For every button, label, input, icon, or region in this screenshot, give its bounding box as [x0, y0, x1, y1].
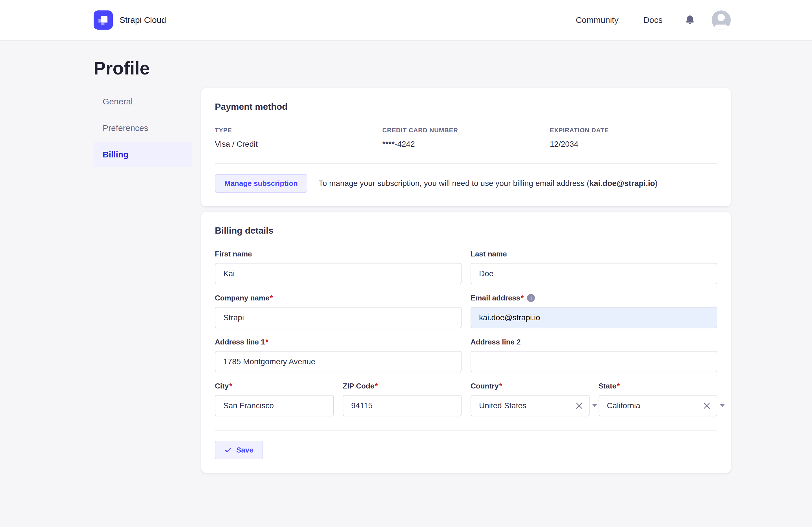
credit-card-number-value: ****-4242: [382, 140, 550, 149]
required-asterisk: *: [265, 338, 269, 346]
nav-link-community[interactable]: Community: [576, 15, 619, 25]
first-name-input[interactable]: [215, 263, 462, 284]
required-asterisk: *: [499, 381, 502, 390]
notifications-button[interactable]: [685, 15, 695, 25]
label-text: Company name: [215, 294, 270, 302]
sidebar-item-preferences[interactable]: Preferences: [93, 116, 192, 141]
sidebar-item-label: General: [103, 97, 133, 106]
state-combobox[interactable]: [598, 395, 717, 416]
top-navbar: Strapi Cloud Community Docs: [0, 0, 812, 41]
save-button[interactable]: Save: [215, 441, 263, 459]
company-name-field-group: Company name*: [215, 294, 462, 328]
strapi-logo-icon: [93, 11, 113, 30]
city-label: City*: [215, 381, 334, 390]
country-label: Country*: [470, 381, 590, 390]
clear-icon[interactable]: [575, 401, 583, 410]
label-text: Address line 1: [215, 338, 265, 346]
label-text: ZIP Code: [343, 381, 374, 390]
brand-home-link[interactable]: Strapi Cloud: [93, 11, 166, 30]
top-nav-links: Community Docs: [576, 11, 731, 30]
expiration-date-column: EXPIRATION DATE 12/2034: [550, 127, 717, 149]
nav-link-docs[interactable]: Docs: [643, 15, 663, 25]
sidebar-item-label: Preferences: [103, 123, 148, 133]
chevron-down-icon[interactable]: [720, 404, 725, 407]
zip-code-field-group: ZIP Code*: [343, 381, 462, 416]
expiration-date-value: 12/2034: [550, 140, 717, 149]
required-asterisk: *: [270, 294, 273, 302]
payment-card-divider: [215, 163, 717, 164]
state-label: State*: [598, 381, 717, 390]
info-icon[interactable]: i: [527, 294, 535, 302]
manage-subscription-button[interactable]: Manage subscription: [215, 174, 307, 193]
label-text: First name: [215, 250, 252, 258]
label-text: Email address: [470, 294, 520, 302]
city-input[interactable]: [215, 395, 334, 416]
email-field-group: Email address*i: [470, 294, 717, 328]
address-line-1-label: Address line 1*: [215, 338, 462, 346]
company-name-input[interactable]: [215, 307, 462, 328]
address-line-1-field-group: Address line 1*: [215, 338, 462, 372]
sidebar-item-billing[interactable]: Billing: [93, 142, 192, 167]
state-field-group: State*: [598, 381, 717, 416]
company-name-label: Company name*: [215, 294, 462, 302]
payment-type-value: Visa / Credit: [215, 140, 382, 149]
payment-method-card: Payment method TYPE Visa / Credit CREDIT…: [201, 88, 731, 206]
payment-type-label: TYPE: [215, 127, 382, 134]
bell-icon: [685, 15, 695, 25]
label-text: State: [598, 381, 617, 390]
avatar-shoulders-shape: [714, 25, 728, 30]
last-name-input[interactable]: [470, 263, 717, 284]
first-name-label: First name: [215, 250, 462, 258]
chevron-down-icon[interactable]: [592, 404, 597, 407]
first-name-field-group: First name: [215, 250, 462, 284]
payment-method-grid: TYPE Visa / Credit CREDIT CARD NUMBER **…: [215, 127, 717, 149]
brand-name: Strapi Cloud: [119, 15, 166, 25]
billing-card-divider: [215, 430, 717, 430]
city-field-group: City*: [215, 381, 334, 416]
note-text: To manage your subscription, you will ne…: [319, 179, 589, 188]
email-label: Email address*i: [470, 294, 717, 302]
note-text: ): [655, 179, 657, 188]
address-line-2-input[interactable]: [470, 351, 717, 372]
sidebar-item-label: Billing: [103, 150, 129, 159]
label-text: Last name: [470, 250, 507, 258]
payment-type-column: TYPE Visa / Credit: [215, 127, 382, 149]
billing-details-title: Billing details: [215, 225, 717, 236]
clear-icon[interactable]: [702, 401, 711, 410]
state-input[interactable]: [598, 395, 717, 416]
country-field-group: Country*: [470, 381, 590, 416]
address-line-1-input[interactable]: [215, 351, 462, 372]
address-line-2-field-group: Address line 2: [470, 338, 717, 372]
credit-card-number-label: CREDIT CARD NUMBER: [382, 127, 550, 134]
credit-card-number-column: CREDIT CARD NUMBER ****-4242: [382, 127, 550, 149]
payment-method-title: Payment method: [215, 102, 717, 112]
required-asterisk: *: [375, 381, 378, 390]
strapi-cloud-app: Strapi Cloud Community Docs Profile: [0, 0, 812, 527]
check-icon: [224, 446, 232, 454]
label-text: Address line 2: [470, 338, 521, 346]
required-asterisk: *: [229, 381, 232, 390]
label-text: Country: [470, 381, 499, 390]
zip-code-label: ZIP Code*: [343, 381, 462, 390]
page-title: Profile: [93, 58, 731, 79]
country-combobox[interactable]: [470, 395, 590, 416]
zip-code-input[interactable]: [343, 395, 462, 416]
email-input[interactable]: [470, 307, 717, 328]
country-input[interactable]: [470, 395, 590, 416]
sidebar-item-general[interactable]: General: [93, 89, 192, 114]
manage-subscription-note: To manage your subscription, you will ne…: [319, 179, 657, 188]
profile-sidebar: General Preferences Billing: [93, 88, 192, 169]
last-name-label: Last name: [470, 250, 717, 258]
billing-email-text: kai.doe@strapi.io: [589, 179, 655, 188]
expiration-date-label: EXPIRATION DATE: [550, 127, 717, 134]
user-avatar[interactable]: [712, 11, 731, 30]
last-name-field-group: Last name: [470, 250, 717, 284]
required-asterisk: *: [521, 294, 524, 302]
avatar-head-shape: [717, 14, 725, 21]
address-line-2-label: Address line 2: [470, 338, 717, 346]
required-asterisk: *: [617, 381, 620, 390]
billing-details-card: Billing details First name Last name: [201, 212, 731, 473]
save-button-label: Save: [236, 446, 253, 455]
label-text: City: [215, 381, 229, 390]
